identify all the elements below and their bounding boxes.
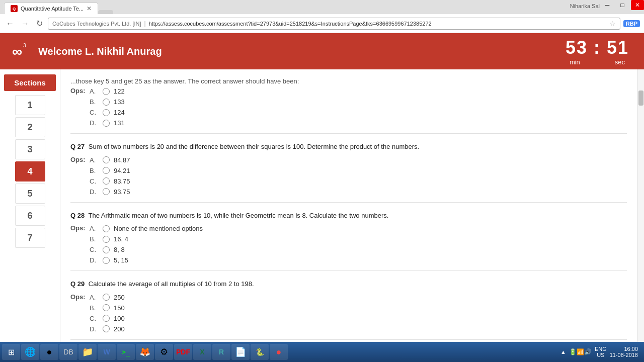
q28-radio-a[interactable] (103, 225, 110, 232)
close-button[interactable]: ✕ (631, 0, 644, 10)
taskbar-terminal[interactable]: >_ (117, 344, 135, 360)
q28-option-d[interactable]: D. 5, 15 (90, 256, 203, 264)
taskbar-firefox[interactable]: 🦊 (136, 344, 154, 360)
q27-option-b[interactable]: B. 94.21 (90, 166, 130, 175)
q29-radio-b[interactable] (103, 304, 110, 311)
q27-opt-a: 84.87 (114, 156, 130, 164)
svg-text:3: 3 (23, 43, 26, 48)
svg-text:∞: ∞ (12, 44, 22, 59)
sql-icon: DB (63, 348, 73, 356)
taskbar-app1[interactable]: ⚙ (155, 344, 173, 360)
q28-radio-c[interactable] (103, 246, 110, 253)
sidebar-item-5[interactable]: 5 (15, 184, 45, 204)
q27-option-c[interactable]: C. 83.75 (90, 177, 130, 186)
q28-opt-c: 8, 8 (114, 246, 125, 253)
q27-opt-b: 94.21 (114, 167, 130, 174)
partial-radio-d[interactable] (103, 120, 110, 127)
partial-opt-b-letter: B. (90, 98, 99, 106)
bookmark-button[interactable]: ☆ (609, 20, 616, 28)
q27-radio-a[interactable] (103, 156, 110, 163)
taskbar-app2[interactable]: ● (270, 344, 288, 360)
q28-option-b[interactable]: B. 16, 4 (90, 235, 203, 243)
app1-icon: ⚙ (160, 346, 168, 357)
start-button[interactable]: ⊞ (2, 344, 20, 360)
q27-radio-c[interactable] (103, 177, 110, 185)
tray-clock: 16:00 11-08-2018 (610, 346, 638, 358)
taskbar-python[interactable]: 🐍 (251, 344, 269, 360)
partial-option-b[interactable]: B. 133 (90, 98, 125, 106)
partial-option-a[interactable]: A. 122 (90, 87, 125, 96)
maximize-button[interactable]: □ (616, 0, 629, 10)
sections-sidebar: Sections 1 2 3 4 5 6 7 (0, 69, 60, 361)
q28-ops-label: Ops: (70, 224, 90, 232)
q28-opt-d: 5, 15 (114, 256, 128, 264)
q28-option-c[interactable]: C. 8, 8 (90, 245, 203, 254)
scrollbar-thumb[interactable] (638, 90, 643, 106)
partial-options-list: A. 122 B. 133 C. 124 D. (90, 87, 125, 127)
taskbar-ie[interactable]: 🌐 (21, 344, 39, 360)
q28-radio-d[interactable] (103, 257, 110, 264)
new-tab[interactable] (98, 10, 113, 14)
url-display: https://assess.cocubes.com/assessment?ti… (149, 21, 606, 27)
q27-option-d[interactable]: D. 93.75 (90, 188, 130, 196)
sidebar-item-7[interactable]: 7 (15, 228, 45, 248)
q28-option-a[interactable]: A. None of the mentioned options (90, 224, 203, 233)
question-29-number: Q 29 (70, 280, 85, 288)
forward-button[interactable]: → (19, 18, 31, 29)
reload-button[interactable]: ↻ (34, 18, 45, 29)
taskbar-pdf[interactable]: PDF (174, 344, 192, 360)
partial-ops-label: Ops: (70, 87, 90, 95)
q29-opt-c: 100 (114, 315, 125, 322)
firefox-icon: 🦊 (139, 346, 150, 357)
taskbar-excel[interactable]: X (193, 344, 211, 360)
partial-radio-c[interactable] (103, 109, 110, 116)
q29-option-a[interactable]: A. 250 (90, 293, 125, 302)
sidebar-item-3[interactable]: 3 (15, 139, 45, 159)
sidebar-item-2[interactable]: 2 (15, 117, 45, 137)
tray-expand[interactable]: ▲ (560, 349, 566, 355)
address-bar[interactable]: CoCubes Technologies Pvt. Ltd. [IN] | ht… (48, 18, 620, 30)
q29-option-d[interactable]: D. 200 (90, 325, 125, 333)
folder-icon: 📁 (82, 346, 93, 357)
taskbar-word[interactable]: W (98, 344, 116, 360)
sidebar-item-6[interactable]: 6 (15, 206, 45, 226)
taskbar-sql[interactable]: DB (59, 344, 77, 360)
question-area: ...those key 5 and get 25 as the answer.… (60, 69, 637, 361)
extension-button[interactable]: RBP (623, 20, 640, 27)
sidebar-item-1[interactable]: 1 (15, 95, 45, 115)
partial-opt-c-value: 124 (114, 109, 125, 116)
word-icon: W (103, 348, 110, 356)
back-button[interactable]: ← (4, 18, 16, 29)
q27-option-a[interactable]: A. 84.87 (90, 156, 130, 164)
clock-date: 11-08-2018 (610, 352, 638, 358)
partial-question-block: ...those key 5 and get 25 as the answer.… (70, 69, 627, 134)
sidebar-item-4[interactable]: 4 (15, 161, 45, 182)
app-header: ∞ 3 Welcome L. Nikhil Anurag 53 : 51 min… (0, 33, 644, 69)
q29-option-b[interactable]: B. 150 (90, 304, 125, 312)
q29-radio-d[interactable] (103, 325, 110, 332)
q27-radio-b[interactable] (103, 167, 110, 174)
partial-question-text: ...those key 5 and get 25 as the answer.… (70, 77, 627, 85)
q28-radio-b[interactable] (103, 236, 110, 243)
active-tab[interactable]: Q Quantitative Aptitude Te... ✕ (4, 3, 98, 14)
taskbar-r[interactable]: R (212, 344, 230, 360)
partial-radio-a[interactable] (103, 88, 110, 95)
partial-opt-d-value: 131 (114, 119, 125, 127)
minimize-button[interactable]: ─ (601, 0, 614, 10)
q29-radio-c[interactable] (103, 315, 110, 322)
tab-close-button[interactable]: ✕ (87, 5, 92, 12)
url-separator: | (144, 20, 146, 27)
q29-option-c[interactable]: C. 100 (90, 314, 125, 323)
scrollbar-track[interactable] (637, 69, 644, 361)
partial-option-c[interactable]: C. 124 (90, 108, 125, 117)
taskbar-chrome[interactable]: ● (40, 344, 58, 360)
q27-options: A. 84.87 B. 94.21 C. 83.75 (90, 156, 130, 196)
q29-opt-b: 150 (114, 304, 125, 312)
q29-radio-a[interactable] (103, 294, 110, 301)
taskbar-notes[interactable]: 📄 (231, 344, 250, 360)
terminal-icon: >_ (122, 348, 130, 356)
q27-radio-d[interactable] (103, 188, 110, 195)
partial-option-d[interactable]: D. 131 (90, 119, 125, 127)
partial-radio-b[interactable] (103, 99, 110, 106)
taskbar-folder[interactable]: 📁 (78, 344, 97, 360)
